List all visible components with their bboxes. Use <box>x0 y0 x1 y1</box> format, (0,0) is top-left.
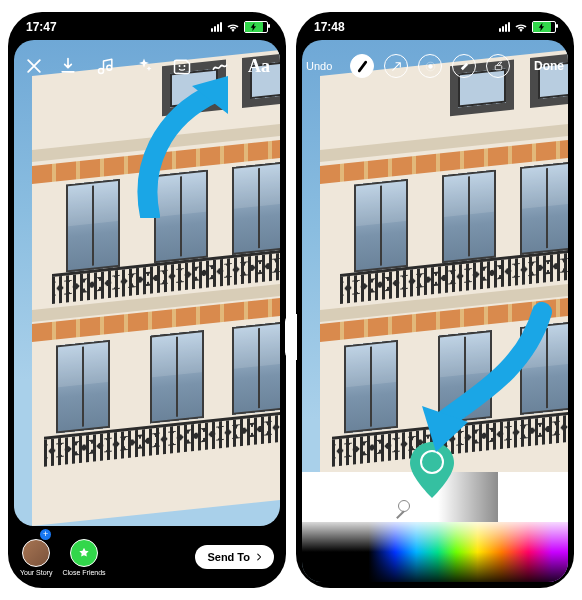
tutorial-image: 17:47 <box>0 0 582 600</box>
svg-point-0 <box>179 65 181 67</box>
svg-point-2 <box>421 451 443 473</box>
your-story-label: Your Story <box>20 569 52 576</box>
wifi-icon <box>226 22 240 32</box>
wifi-icon <box>514 22 528 32</box>
sticker-icon[interactable] <box>172 56 192 76</box>
svg-rect-5 <box>495 65 502 69</box>
svg-point-1 <box>184 65 186 67</box>
status-time: 17:47 <box>26 20 57 34</box>
story-canvas[interactable] <box>14 40 280 526</box>
story-editor-toolbar: Aa <box>24 48 270 84</box>
phone-left: 17:47 <box>8 12 286 588</box>
story-share-bar: + Your Story Close Friends Send To <box>14 532 280 582</box>
close-friends-label: Close Friends <box>62 569 105 576</box>
send-to-button[interactable]: Send To <box>195 545 274 569</box>
close-friends-button[interactable]: Close Friends <box>62 539 105 576</box>
text-tool-button[interactable]: Aa <box>248 56 270 77</box>
cell-signal-icon <box>499 22 510 32</box>
photo-building <box>32 49 280 526</box>
star-icon <box>70 539 98 567</box>
your-story-button[interactable]: + Your Story <box>20 539 52 576</box>
status-indicators <box>211 21 268 33</box>
close-button[interactable] <box>24 56 44 76</box>
brush-marker-button[interactable] <box>350 54 374 78</box>
brush-chisel-button[interactable] <box>452 54 476 78</box>
battery-icon <box>244 21 268 33</box>
eyedropper-cursor-icon[interactable] <box>398 500 410 512</box>
battery-icon <box>532 21 556 33</box>
phone-right: 17:48 <box>296 12 574 588</box>
drawing-toolbar: Undo Done <box>306 48 564 84</box>
music-icon[interactable] <box>96 56 116 76</box>
download-icon[interactable] <box>58 56 78 76</box>
done-button[interactable]: Done <box>534 59 564 73</box>
status-bar: 17:48 <box>296 16 574 38</box>
eyedropper-pin[interactable] <box>410 442 454 498</box>
brush-size-slider-handle[interactable] <box>285 314 297 360</box>
status-indicators <box>499 21 556 33</box>
undo-button[interactable]: Undo <box>306 60 332 72</box>
status-bar: 17:47 <box>8 16 286 38</box>
sparkle-icon[interactable] <box>134 56 154 76</box>
brush-arrow-button[interactable] <box>384 54 408 78</box>
squiggle-draw-icon[interactable] <box>210 56 230 76</box>
avatar: + <box>22 539 50 567</box>
send-to-label: Send To <box>207 551 250 563</box>
cell-signal-icon <box>211 22 222 32</box>
chevron-right-icon <box>254 552 264 562</box>
color-spectrum[interactable] <box>302 522 568 582</box>
status-time: 17:48 <box>314 20 345 34</box>
svg-point-3 <box>428 64 432 68</box>
brush-eraser-button[interactable] <box>486 54 510 78</box>
brush-glow-button[interactable] <box>418 54 442 78</box>
drawing-canvas[interactable] <box>302 40 568 582</box>
